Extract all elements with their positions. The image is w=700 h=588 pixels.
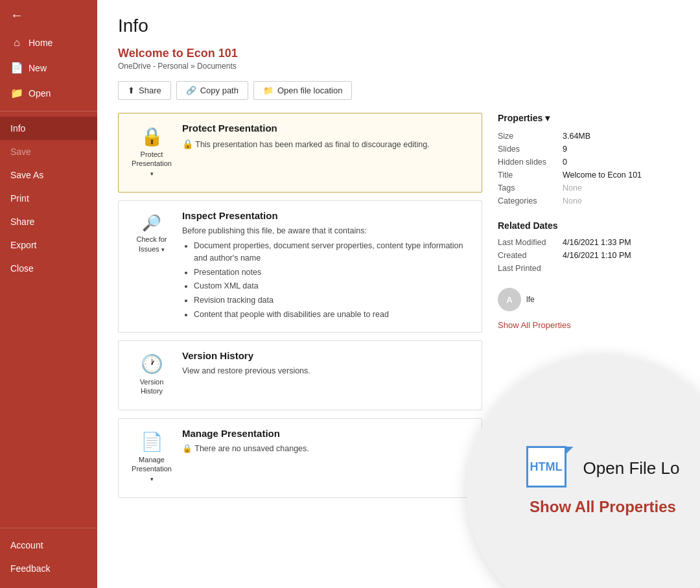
sidebar-label-close: Close [10,263,34,274]
prop-val-title: Welcome to Econ 101 [563,169,679,182]
check-icon-box[interactable]: 🔎 Check forIssues ▾ [129,210,174,259]
back-icon: ← [10,8,23,23]
manage-desc: 🔒 There are no unsaved changes. [182,443,471,455]
prop-row-hidden: Hidden slides 0 [498,156,679,169]
sidebar-item-new[interactable]: 📄 New [0,55,97,80]
sidebar-item-share[interactable]: Share [0,210,97,233]
cards-column: 🔒 ProtectPresentation ▾ Protect Presenta… [118,113,482,498]
prop-val-slides: 9 [563,143,679,156]
version-icon-box[interactable]: 🕐 VersionHistory [129,350,174,401]
sidebar-label-print: Print [10,193,29,204]
check-body: Inspect Presentation Before publishing t… [182,210,471,322]
bullet-1: Document properties, document server pro… [194,240,471,265]
open-location-button[interactable]: 📁 Open file location [253,81,352,100]
date-row-created: Created 4/16/2021 1:10 PM [498,249,679,262]
home-icon: ⌂ [10,37,23,49]
open-location-icon: 📁 [263,86,274,95]
date-row-printed: Last Printed [498,262,679,275]
dates-table: Last Modified 4/16/2021 1:33 PM Created … [498,236,679,275]
open-icon: 📁 [10,87,23,99]
open-location-label: Open file location [277,86,342,95]
sidebar-item-save: Save [0,140,97,163]
properties-title: Properties ▾ [498,113,679,123]
check-desc: Before publishing this file, be aware th… [182,225,471,320]
sidebar-item-home[interactable]: ⌂ Home [0,30,97,55]
prop-key-hidden: Hidden slides [498,156,563,169]
open-file-partial-text: Open File Lo [583,458,680,478]
main-panel: Info Welcome to Econ 101 OneDrive - Pers… [97,0,700,588]
show-all-properties-link[interactable]: Show All Properties [498,320,571,330]
prop-key-title: Title [498,169,563,182]
date-val-created: 4/16/2021 1:10 PM [563,249,679,262]
protect-icon-box[interactable]: 🔒 ProtectPresentation ▾ [129,123,174,183]
copy-path-label: Copy path [200,86,239,95]
share-button[interactable]: ⬆ Share [118,81,171,100]
protect-body: Protect Presentation 🔒 This presentation… [182,123,471,151]
check-icon: 🔎 [142,215,161,231]
manage-icon: 📄 [141,433,163,451]
version-desc: View and restore previous versions. [182,365,471,377]
bullet-4: Revision tracking data [194,294,471,307]
prop-val-hidden: 0 [563,156,679,169]
properties-table: Size 3.64MB Slides 9 Hidden slides 0 Tit… [498,130,679,207]
check-issues-card: 🔎 Check forIssues ▾ Inspect Presentation… [118,200,482,332]
sidebar-item-account[interactable]: Account [0,534,97,557]
sidebar-label-share: Share [10,217,34,227]
prop-key-size: Size [498,130,563,143]
check-bullets: Document properties, document server pro… [182,240,471,321]
new-icon: 📄 [10,62,23,74]
sidebar-label-account: Account [10,540,43,550]
show-all-big-label[interactable]: Show All Properties [530,498,676,516]
sidebar-bottom: Account Feedback [0,534,97,588]
sidebar-nav: ⌂ Home 📄 New 📁 Open Info Save Save As Pr… [0,30,97,523]
date-val-printed [563,262,679,275]
protect-desc: 🔒 This presentation has been marked as f… [182,137,471,151]
chevron-down-icon: ▾ [545,113,550,123]
warn-icon: 🔒 [182,139,193,149]
sidebar-label-feedback: Feedback [10,563,50,574]
sidebar-item-export[interactable]: Export [0,233,97,257]
date-key-created: Created [498,249,563,262]
related-dates-title: Related Dates [498,220,679,231]
action-buttons: ⬆ Share 🔗 Copy path 📁 Open file location [118,81,679,100]
prop-key-slides: Slides [498,143,563,156]
share-button-label: Share [139,86,161,95]
prop-row-slides: Slides 9 [498,143,679,156]
manage-body: Manage Presentation 🔒 There are no unsav… [182,428,471,455]
date-key-printed: Last Printed [498,262,563,275]
version-icon: 🕐 [141,355,163,373]
author-area: A lfe [498,288,679,311]
sidebar-item-print[interactable]: Print [0,187,97,210]
sidebar-item-close[interactable]: Close [0,257,97,280]
author-avatar: A [498,288,521,311]
file-path: OneDrive - Personal » Documents [118,62,679,71]
check-intro: Before publishing this file, be aware th… [182,226,367,235]
back-button[interactable]: ← [0,0,97,30]
page-title: Info [118,16,679,36]
sidebar-item-open[interactable]: 📁 Open [0,80,97,106]
version-title: Version History [182,350,471,361]
manage-icon-box[interactable]: 📄 ManagePresentation ▾ [129,428,174,488]
prop-val-tags: None [563,182,679,194]
copy-path-button[interactable]: 🔗 Copy path [176,81,248,100]
version-label: VersionHistory [140,377,164,396]
sidebar-item-feedback[interactable]: Feedback [0,557,97,580]
prop-row-title: Title Welcome to Econ 101 [498,169,679,182]
share-icon: ⬆ [128,86,135,95]
sidebar-item-save-as[interactable]: Save As [0,163,97,187]
manage-card: 📄 ManagePresentation ▾ Manage Presentati… [118,418,482,498]
prop-key-tags: Tags [498,182,563,194]
sidebar-item-info[interactable]: Info [0,117,97,140]
sidebar-label-save: Save [10,147,31,157]
protect-label: ProtectPresentation ▾ [132,150,172,178]
manage-icon-small: 🔒 [182,444,192,453]
date-key-modified: Last Modified [498,236,563,249]
protect-card: 🔒 ProtectPresentation ▾ Protect Presenta… [118,113,482,193]
file-name: Welcome to Econ 101 [118,47,679,60]
sidebar-divider-1 [0,111,97,112]
check-title: Inspect Presentation [182,210,471,221]
prop-row-categories: Categories None [498,194,679,207]
circle-content: HTML Open File Lo Show All Properties [526,446,680,516]
date-row-modified: Last Modified 4/16/2021 1:33 PM [498,236,679,249]
sidebar-label-export: Export [10,240,36,250]
